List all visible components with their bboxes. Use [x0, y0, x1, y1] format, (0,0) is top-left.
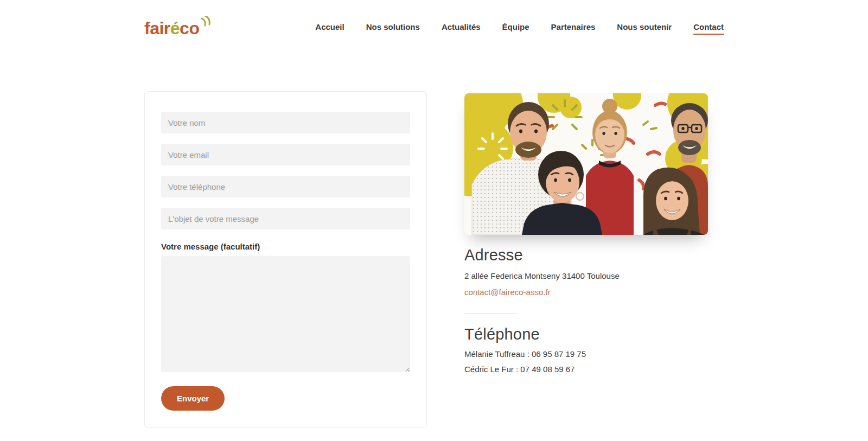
message-label: Votre message (facultatif)	[161, 242, 410, 251]
nav-item-nous-soutenir[interactable]: Nous soutenir	[617, 22, 672, 34]
email-input[interactable]	[161, 144, 410, 165]
phone-line-cedric: Cédric Le Fur : 07 49 08 59 67	[464, 365, 708, 374]
brand-logo-text: fairéco	[144, 20, 199, 37]
name-input[interactable]	[161, 112, 410, 133]
logo-text-accent: é	[170, 18, 180, 38]
logo-waves-icon	[198, 16, 213, 30]
subject-input[interactable]	[161, 208, 410, 229]
logo-text-co: co	[180, 18, 199, 38]
brand-logo[interactable]: fairéco	[144, 20, 213, 37]
team-photo	[464, 93, 708, 235]
logo-text-fair: fair	[144, 18, 170, 38]
nav-item-accueil[interactable]: Accueil	[315, 22, 344, 34]
phone-title: Téléphone	[464, 325, 708, 343]
main-nav: Accueil Nos solutions Actualités Équipe …	[315, 22, 724, 35]
email-link[interactable]: contact@faireco-asso.fr	[464, 287, 551, 297]
phone-input[interactable]	[161, 176, 410, 197]
address-text: 2 allée Federica Montseny 31400 Toulouse	[464, 270, 708, 282]
address-title: Adresse	[464, 246, 708, 264]
page-container: fairéco Accueil Nos solutions Actualités…	[144, 0, 724, 427]
nav-item-equipe[interactable]: Équipe	[502, 22, 529, 34]
contact-form-card: Votre message (facultatif) Envoyer	[144, 91, 427, 427]
contact-info-column: Adresse 2 allée Federica Montseny 31400 …	[464, 91, 708, 380]
section-divider	[464, 314, 516, 314]
send-button[interactable]: Envoyer	[161, 386, 225, 411]
nav-item-nos-solutions[interactable]: Nos solutions	[366, 22, 420, 34]
nav-item-partenaires[interactable]: Partenaires	[551, 22, 596, 34]
message-textarea[interactable]	[161, 256, 410, 372]
header: fairéco Accueil Nos solutions Actualités…	[144, 0, 724, 40]
nav-item-actualites[interactable]: Actualités	[442, 22, 481, 34]
nav-item-contact[interactable]: Contact	[693, 22, 724, 35]
main-content: Votre message (facultatif) Envoyer	[144, 91, 724, 427]
phone-line-melanie: Mélanie Tuffreau : 06 95 87 19 75	[464, 349, 708, 359]
